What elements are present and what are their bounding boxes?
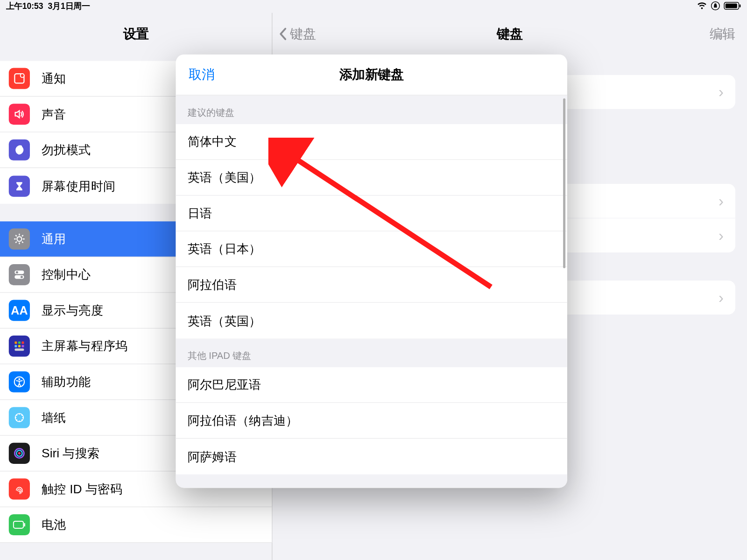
keyboard-option[interactable]: 简体中文 [176, 124, 567, 160]
homescreen-icon [9, 336, 30, 357]
svg-point-25 [19, 420, 20, 422]
screentime-icon [9, 175, 30, 196]
svg-rect-16 [21, 345, 24, 347]
keyboard-option[interactable]: 阿拉伯语 [176, 267, 567, 303]
dnd-icon [9, 140, 30, 161]
modal-body[interactable]: 建议的键盘 简体中文 英语（美国） 日语 英语（日本） 阿拉伯语 英语（英国） … [176, 96, 567, 488]
siri-icon [9, 443, 30, 464]
svg-point-23 [22, 417, 24, 419]
svg-rect-17 [14, 349, 24, 351]
keyboard-option[interactable]: 阿萨姆语 [176, 439, 567, 475]
section-header-suggested: 建议的键盘 [176, 96, 567, 124]
svg-point-21 [19, 413, 20, 415]
control-center-icon [9, 264, 30, 285]
section-header-other: 其他 IPAD 键盘 [176, 338, 567, 367]
wallpaper-icon [9, 407, 30, 428]
chevron-right-icon: › [719, 226, 724, 245]
sidebar-item-label: Siri 与搜索 [42, 445, 99, 462]
sounds-icon [9, 104, 30, 125]
svg-point-10 [21, 276, 23, 278]
back-label: 键盘 [290, 25, 316, 43]
sidebar-item-label: 主屏幕与程序坞 [42, 338, 127, 354]
chevron-right-icon: › [719, 83, 724, 101]
svg-point-31 [18, 452, 21, 455]
edit-button[interactable]: 编辑 [710, 25, 735, 43]
keyboard-option[interactable]: 英语（美国） [176, 160, 567, 196]
svg-point-22 [21, 415, 23, 416]
battery-icon [724, 1, 741, 11]
sidebar-item-label: 通知 [42, 70, 66, 87]
svg-point-28 [16, 415, 18, 416]
keyboard-option[interactable]: 英语（日本） [176, 231, 567, 267]
cancel-button[interactable]: 取消 [189, 66, 214, 84]
sidebar-item-label: 控制中心 [42, 266, 91, 283]
svg-rect-12 [18, 342, 21, 344]
general-icon [9, 228, 30, 249]
status-date: 3月1日周一 [48, 1, 90, 11]
status-bar: 上午10:53 3月1日周一 [0, 0, 747, 13]
svg-point-24 [21, 420, 23, 421]
status-right [697, 1, 741, 12]
modal-title: 添加新键盘 [339, 66, 404, 84]
svg-rect-3 [740, 4, 741, 7]
detail-header: 键盘 键盘 编辑 [273, 13, 747, 55]
sidebar-item-label: 显示与亮度 [42, 302, 103, 319]
keyboard-option[interactable]: 阿尔巴尼亚语 [176, 367, 567, 403]
svg-rect-13 [21, 342, 24, 344]
sidebar-item-label: 触控 ID 与密码 [42, 481, 122, 497]
sidebar-item-label: 墙纸 [42, 409, 66, 426]
detail-title: 键盘 [497, 25, 522, 43]
svg-point-27 [15, 417, 17, 419]
display-icon: AA [9, 300, 30, 321]
notifications-icon [9, 68, 30, 89]
sidebar-item-label: 辅助功能 [42, 374, 91, 390]
add-keyboard-modal: 取消 添加新键盘 建议的键盘 简体中文 英语（美国） 日语 英语（日本） 阿拉伯… [176, 55, 567, 488]
chevron-right-icon: › [719, 288, 724, 307]
svg-point-19 [18, 378, 20, 380]
svg-rect-2 [726, 3, 737, 8]
sidebar-item-label: 屏幕使用时间 [42, 178, 115, 194]
svg-rect-33 [24, 523, 25, 527]
svg-point-26 [16, 420, 18, 421]
status-time: 上午10:53 [6, 1, 43, 11]
touchid-icon [9, 478, 30, 499]
sidebar-title: 设置 [0, 13, 272, 55]
scroll-indicator [563, 98, 565, 268]
battery-setting-icon [9, 514, 30, 535]
sidebar-item-battery[interactable]: 电池 [0, 507, 272, 543]
svg-point-6 [17, 237, 21, 241]
svg-rect-32 [14, 521, 23, 528]
svg-point-8 [16, 271, 18, 273]
modal-header: 取消 添加新键盘 [176, 55, 567, 96]
sidebar-item-label: 通用 [42, 231, 66, 247]
chevron-left-icon [278, 27, 288, 41]
sidebar-item-label: 电池 [42, 517, 66, 533]
orientation-lock-icon [711, 1, 720, 12]
svg-point-5 [21, 74, 24, 77]
svg-rect-11 [14, 342, 17, 344]
keyboard-option[interactable]: 日语 [176, 196, 567, 231]
svg-rect-15 [18, 345, 21, 347]
sidebar-item-label: 声音 [42, 106, 66, 122]
svg-rect-14 [14, 345, 17, 347]
sidebar-item-label: 勿扰模式 [42, 142, 91, 158]
keyboard-option[interactable]: 阿拉伯语（纳吉迪） [176, 403, 567, 439]
wifi-icon [697, 2, 707, 11]
back-button[interactable]: 键盘 [278, 25, 316, 43]
status-left: 上午10:53 3月1日周一 [6, 1, 92, 12]
keyboard-option[interactable]: 英语（英国） [176, 303, 567, 339]
svg-point-20 [15, 413, 24, 422]
accessibility-icon [9, 371, 30, 392]
chevron-right-icon: › [719, 192, 724, 210]
